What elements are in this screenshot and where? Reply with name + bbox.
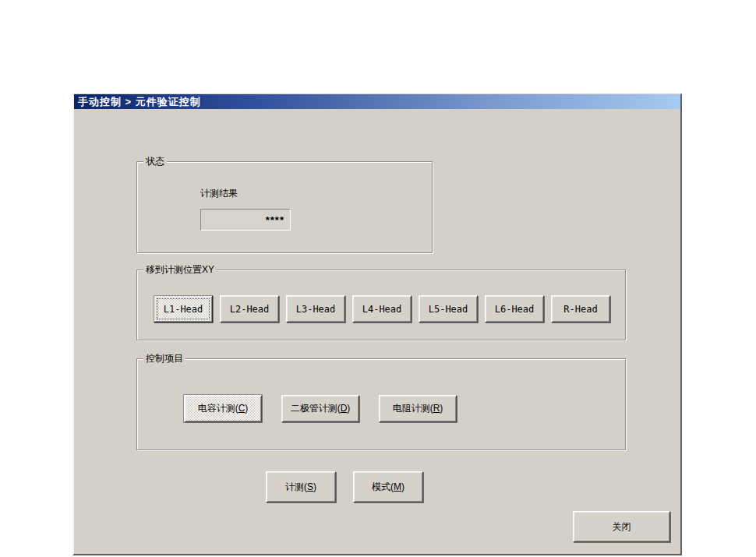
status-group-title: 状态: [143, 156, 167, 167]
move-position-groupbox: 移到计测位置XY L1-Head L2-Head L3-Head L4-Head…: [136, 270, 626, 340]
button-l5-head-label: L5-Head: [429, 304, 468, 315]
button-close-label: 关闭: [613, 520, 631, 534]
button-l3-head-label: L3-Head: [296, 304, 336, 315]
button-r-head[interactable]: R-Head: [551, 295, 610, 323]
button-mode-label: 模式(M): [372, 481, 404, 494]
button-resistance-measure[interactable]: 电阻计测(R): [379, 395, 457, 422]
button-l3-head[interactable]: L3-Head: [286, 295, 345, 323]
control-items-groupbox: 控制项目 电容计测(C) 二极管计测(D) 电阻计测(R): [136, 358, 626, 450]
measure-result-field[interactable]: ****: [200, 209, 291, 231]
move-position-group-title: 移到计测位置XY: [143, 264, 217, 276]
measure-result-value: ****: [266, 214, 284, 226]
button-l6-head-label: L6-Head: [495, 304, 535, 315]
window-title: 手动控制 > 元件验证控制: [78, 95, 201, 109]
head-button-row: L1-Head L2-Head L3-Head L4-Head L5-Head …: [154, 295, 610, 323]
measure-result-label: 计测结果: [200, 187, 238, 200]
button-l1-head[interactable]: L1-Head: [154, 295, 213, 323]
status-groupbox: 状态 计测结果 ****: [136, 161, 433, 253]
button-diode-measure[interactable]: 二极管计测(D): [281, 395, 359, 422]
button-close[interactable]: 关闭: [573, 511, 670, 542]
button-l2-head-label: L2-Head: [230, 304, 270, 315]
title-bar: 手动控制 > 元件验证控制: [74, 94, 680, 109]
button-l6-head[interactable]: L6-Head: [485, 295, 544, 323]
dialog-body: 状态 计测结果 **** 移到计测位置XY L1-Head L2-Head L3…: [74, 109, 680, 552]
button-measure-label: 计测(S): [285, 481, 316, 494]
button-l4-head[interactable]: L4-Head: [352, 295, 412, 323]
button-resistance-label: 电阻计测(R): [393, 402, 443, 415]
control-items-group-title: 控制项目: [143, 353, 185, 365]
button-l1-head-label: L1-Head: [164, 304, 203, 315]
dialog-window: 手动控制 > 元件验证控制 状态 计测结果 **** 移到计测位置XY L1-H…: [72, 93, 682, 555]
button-r-head-label: R-Head: [563, 304, 597, 315]
button-mode[interactable]: 模式(M): [353, 471, 423, 502]
button-capacitance-measure[interactable]: 电容计测(C): [184, 395, 262, 422]
button-capacitance-label: 电容计测(C): [198, 402, 249, 415]
button-l5-head[interactable]: L5-Head: [419, 295, 478, 323]
button-l2-head[interactable]: L2-Head: [220, 295, 279, 323]
button-measure[interactable]: 计测(S): [266, 471, 336, 502]
button-diode-label: 二极管计测(D): [291, 402, 351, 415]
button-l4-head-label: L4-Head: [362, 304, 402, 315]
